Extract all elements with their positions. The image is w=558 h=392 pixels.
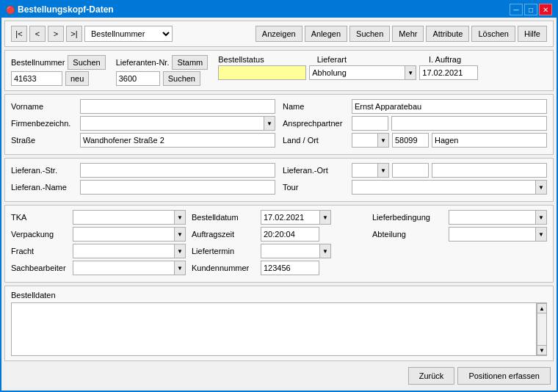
bestelldatum-dropdown-btn[interactable]: ▼ (319, 210, 331, 225)
lieferbedingung-combo: ▼ (449, 210, 547, 225)
land-dropdown-btn[interactable]: ▼ (377, 133, 389, 148)
lieferanten-nr-input[interactable] (116, 71, 160, 86)
suchen-button[interactable]: Suchen (349, 26, 390, 42)
tour-label: Tour (283, 183, 349, 192)
tour-dropdown-btn[interactable]: ▼ (535, 180, 547, 195)
anzeigen-button[interactable]: Anzeigen (256, 26, 302, 42)
liefertermin-label: Liefertermin (192, 247, 258, 255)
fracht-label: Fracht (11, 247, 70, 255)
lieferbedingung-input[interactable] (449, 210, 535, 225)
abteilung-dropdown-btn[interactable]: ▼ (535, 227, 547, 242)
vorname-input[interactable] (80, 99, 275, 114)
nav-prev-button[interactable]: < (29, 26, 46, 42)
liefertermin-input[interactable] (261, 244, 319, 258)
abteilung-input[interactable] (449, 227, 535, 242)
bestelldatum-input[interactable] (261, 210, 319, 225)
tka-dropdown-btn[interactable]: ▼ (174, 210, 186, 225)
toolbar: |< < > >| Bestellnummer Anzeigen Anlegen… (4, 21, 554, 47)
minimize-button[interactable]: ─ (510, 4, 523, 15)
lieferanort-dropdown-btn[interactable]: ▼ (377, 163, 389, 178)
lieferanort-input1[interactable] (392, 163, 429, 178)
anlegen-button[interactable]: Anlegen (305, 26, 347, 42)
nav-next-button[interactable]: > (48, 26, 64, 42)
auftragszeit-label: Auftragszeit (192, 230, 258, 239)
bestelldaten-label: Bestelldaten (11, 291, 77, 300)
firmenbezeichn-input[interactable] (80, 116, 264, 131)
verpackung-dropdown-btn[interactable]: ▼ (174, 227, 186, 242)
lieferanort-input2[interactable] (432, 163, 547, 178)
tka-combo: ▼ (73, 210, 186, 225)
scroll-up-button[interactable]: ▲ (537, 303, 547, 313)
lieferbedingung-dropdown-btn[interactable]: ▼ (535, 210, 547, 225)
lauftrag-input[interactable] (419, 65, 478, 80)
firmenbezeichn-dropdown-btn[interactable]: ▼ (264, 116, 275, 131)
lieferart-dropdown-btn[interactable]: ▼ (405, 65, 416, 80)
title-bar: 🔴 Bestellungskopf-Daten ─ □ ✕ (1, 1, 557, 18)
ansprechpartner-input2[interactable] (391, 116, 547, 131)
sachbearbeiter-input[interactable] (73, 261, 174, 275)
strasse-input[interactable] (80, 133, 275, 148)
bestelldaten-container: ▲ ▼ (11, 302, 547, 356)
restore-button[interactable]: □ (524, 4, 537, 15)
bestellstatus-input[interactable] (218, 65, 306, 80)
fracht-input[interactable] (73, 244, 174, 258)
attribute-button[interactable]: Attribute (426, 26, 469, 42)
lieferanname-label: Lieferan.-Name (11, 183, 77, 192)
neu-button[interactable]: neu (65, 71, 89, 86)
bestellnummer-input[interactable] (11, 71, 62, 86)
hilfe-button[interactable]: Hilfe (518, 26, 547, 42)
nav-first-button[interactable]: |< (11, 26, 27, 42)
plz-input[interactable] (392, 133, 429, 148)
positionen-erfassen-button[interactable]: Positionen erfassen (457, 367, 551, 385)
ort-input[interactable] (432, 133, 547, 148)
liefer-section: Lieferan.-Str. Lieferan.-Name Lieferan.-… (4, 158, 554, 202)
sachbearbeiter-label: Sachbearbeiter (11, 264, 70, 272)
loeschen-button[interactable]: Löschen (471, 26, 515, 42)
lieferbedingung-label: Lieferbedingung (372, 213, 446, 222)
tka-section: TKA ▼ Verpackung ▼ Fra (4, 205, 554, 283)
abteilung-combo: ▼ (449, 227, 547, 242)
lauftrag-label: I. Auftrag (429, 55, 461, 64)
lieferanname-input[interactable] (80, 180, 275, 195)
liefertermin-dropdown-btn[interactable]: ▼ (319, 244, 331, 258)
main-window: 🔴 Bestellungskopf-Daten ─ □ ✕ |< < > >| … (0, 0, 558, 392)
nav-last-button[interactable]: >| (66, 26, 82, 42)
liefertermin-combo: ▼ (261, 244, 331, 258)
firmenbezeichn-combo: ▼ (80, 116, 275, 131)
lieferanten-suchen-button[interactable]: Suchen (163, 71, 200, 86)
ansprechpartner-input1[interactable] (352, 116, 388, 131)
bestelldatum-label: Bestelldatum (192, 213, 258, 222)
lieferart-input[interactable] (309, 65, 405, 80)
sachbearbeiter-dropdown-btn[interactable]: ▼ (174, 261, 186, 275)
firmenbezeichn-label: Firmenbezeichn. (11, 119, 77, 128)
lieferanort-code-input[interactable] (352, 163, 377, 178)
lieferart-label: Lieferart (317, 55, 347, 64)
bestelldatum-combo: ▼ (261, 210, 331, 225)
fracht-dropdown-btn[interactable]: ▼ (174, 244, 186, 258)
name-input[interactable] (352, 99, 547, 114)
scroll-down-button[interactable]: ▼ (537, 345, 547, 355)
landort-label: Land / Ort (283, 136, 349, 145)
lieferanten-nr-label: Lieferanten-Nr. (116, 58, 170, 67)
mehr-button[interactable]: Mehr (392, 26, 424, 42)
stamm-button[interactable]: Stamm (172, 55, 208, 70)
bestellnummer-suchen-button[interactable]: Suchen (68, 55, 105, 70)
vorname-label: Vorname (11, 102, 77, 111)
zurueck-button[interactable]: Zurück (408, 367, 455, 385)
bestelldaten-textarea[interactable] (11, 302, 537, 356)
verpackung-input[interactable] (73, 227, 174, 242)
bestelldaten-section: Bestelldaten ▲ ▼ (4, 286, 554, 361)
kundennummer-input[interactable] (261, 261, 319, 275)
tka-input[interactable] (73, 210, 174, 225)
nav-select[interactable]: Bestellnummer (84, 26, 173, 42)
sachbearbeiter-combo: ▼ (73, 261, 186, 275)
land-code-input[interactable] (352, 133, 377, 148)
tour-input[interactable] (352, 180, 535, 195)
lieferanstr-input[interactable] (80, 163, 275, 178)
tka-label: TKA (11, 213, 70, 222)
close-button[interactable]: ✕ (539, 4, 552, 15)
name-label: Name (283, 102, 349, 111)
vertical-scrollbar[interactable]: ▲ ▼ (537, 302, 547, 356)
strasse-label: Straße (11, 136, 77, 145)
auftragszeit-input[interactable] (261, 227, 319, 242)
